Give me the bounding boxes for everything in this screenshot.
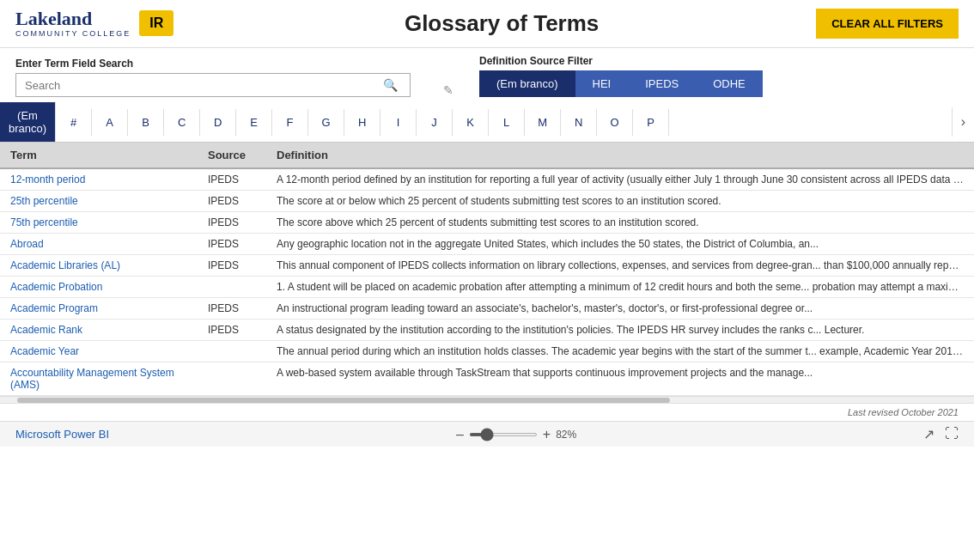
alpha-nav: (Embranco) # A B C D E F G H I J K L M N… [0, 102, 974, 143]
col-source: Source [198, 143, 266, 168]
alpha-btn-n[interactable]: N [561, 109, 597, 136]
zoom-percentage: 82% [556, 429, 576, 441]
source-btn-odhe[interactable]: ODHE [696, 70, 763, 97]
table-row: Accountability Management System (AMS)A … [0, 362, 974, 396]
term-cell: 75th percentile [0, 212, 198, 234]
zoom-plus-button[interactable]: + [543, 427, 551, 442]
alpha-btn-a[interactable]: A [92, 109, 128, 136]
term-cell: Academic Program [0, 298, 198, 320]
alpha-btn-i[interactable]: I [380, 109, 417, 136]
source-cell: IPEDS [198, 298, 266, 320]
zoom-slider[interactable] [469, 433, 538, 436]
ir-badge: IR [139, 10, 173, 36]
logo-lakeland: Lakeland [15, 9, 131, 29]
source-cell: IPEDS [198, 168, 266, 191]
source-filter-buttons: (Em branco) HEI IPEDS ODHE [479, 70, 763, 97]
search-filter-group: Enter Term Field Search 🔍 [15, 58, 411, 97]
alpha-btn-h[interactable]: H [344, 109, 380, 136]
source-cell [198, 341, 266, 362]
definition-cell: This annual component of IPEDS collects … [266, 255, 974, 277]
source-cell: IPEDS [198, 212, 266, 234]
bottom-bar: Microsoft Power BI – + 82% ↗ ⛶ [0, 421, 974, 447]
pencil-icon[interactable]: ✎ [443, 83, 454, 97]
last-revised: Last revised October 2021 [848, 407, 959, 417]
alpha-btn-em-branco[interactable]: (Embranco) [0, 102, 56, 142]
table-row: Academic ProgramIPEDSAn instructional pr… [0, 298, 974, 320]
table-row: Academic RankIPEDSA status designated by… [0, 320, 974, 341]
source-cell [198, 362, 266, 396]
source-cell: IPEDS [198, 320, 266, 341]
alpha-btn-m[interactable]: M [525, 109, 561, 136]
footer: Last revised October 2021 [0, 403, 974, 421]
page-title: Glossary of Terms [187, 10, 816, 37]
source-filter-group: Definition Source Filter (Em branco) HEI… [479, 55, 763, 97]
alpha-btn-e[interactable]: E [236, 109, 272, 136]
term-cell: 25th percentile [0, 191, 198, 212]
glossary-table: Term Source Definition 12-month periodIP… [0, 143, 974, 396]
source-cell: IPEDS [198, 191, 266, 212]
source-btn-hei[interactable]: HEI [575, 70, 629, 97]
alpha-btn-l[interactable]: L [489, 109, 525, 136]
alpha-btn-k[interactable]: K [453, 109, 489, 136]
alpha-next-icon[interactable]: › [952, 107, 974, 137]
definition-cell: A status designated by the institution a… [266, 320, 974, 341]
table-row: 75th percentileIPEDSThe score above whic… [0, 212, 974, 234]
source-btn-ipeds[interactable]: IPEDS [628, 70, 696, 97]
alpha-btn-f[interactable]: F [272, 109, 308, 136]
search-input[interactable] [25, 79, 383, 92]
term-cell: Academic Year [0, 341, 198, 362]
source-cell: IPEDS [198, 234, 266, 255]
term-cell: Academic Rank [0, 320, 198, 341]
source-cell [198, 277, 266, 298]
scrollbar-hint[interactable] [0, 396, 974, 403]
term-cell: Abroad [0, 234, 198, 255]
alpha-btn-j[interactable]: J [417, 109, 453, 136]
logo-area: Lakeland COMMUNITY COLLEGE IR [15, 9, 187, 38]
zoom-minus-button[interactable]: – [456, 427, 464, 442]
share-icon[interactable]: ↗ [923, 426, 934, 442]
col-term: Term [0, 143, 198, 168]
search-label: Enter Term Field Search [15, 58, 411, 70]
alpha-btn-d[interactable]: D [200, 109, 236, 136]
source-btn-em-branco[interactable]: (Em branco) [479, 70, 575, 97]
logo-text: Lakeland COMMUNITY COLLEGE [15, 9, 131, 38]
search-icon: 🔍 [383, 78, 398, 92]
definition-cell: Any geographic location not in the aggre… [266, 234, 974, 255]
source-cell: IPEDS [198, 255, 266, 277]
table-row: Academic YearThe annual period during wh… [0, 341, 974, 362]
table-row: 25th percentileIPEDSThe score at or belo… [0, 191, 974, 212]
bottom-icons: ↗ ⛶ [923, 426, 959, 442]
clear-all-filters-button[interactable]: CLEAR ALL FILTERS [816, 9, 959, 39]
glossary-table-container: Term Source Definition 12-month periodIP… [0, 143, 974, 396]
term-cell: Accountability Management System (AMS) [0, 362, 198, 396]
alpha-btn-c[interactable]: C [164, 109, 200, 136]
col-definition: Definition [266, 143, 974, 168]
definition-cell: An instructional program leading toward … [266, 298, 974, 320]
definition-cell: A web-based system available through Tas… [266, 362, 974, 396]
table-row: Academic Probation1. A student will be p… [0, 277, 974, 298]
definition-cell: A 12-month period defined by an institut… [266, 168, 974, 191]
alpha-btn-hash[interactable]: # [56, 109, 92, 136]
table-row: 12-month periodIPEDSA 12-month period de… [0, 168, 974, 191]
alpha-btn-g[interactable]: G [308, 109, 344, 136]
definition-cell: 1. A student will be placed on academic … [266, 277, 974, 298]
term-cell: 12-month period [0, 168, 198, 191]
term-cell: Academic Libraries (AL) [0, 255, 198, 277]
header: Lakeland COMMUNITY COLLEGE IR Glossary o… [0, 0, 974, 48]
zoom-area: – + 82% [456, 427, 576, 442]
scrollbar-thumb [17, 398, 670, 403]
alpha-btn-p[interactable]: P [633, 109, 669, 136]
alpha-btn-o[interactable]: O [597, 109, 633, 136]
expand-icon[interactable]: ⛶ [945, 426, 959, 442]
powerbi-link[interactable]: Microsoft Power BI [15, 428, 109, 441]
table-row: AbroadIPEDSAny geographic location not i… [0, 234, 974, 255]
definition-cell: The annual period during which an instit… [266, 341, 974, 362]
table-row: Academic Libraries (AL)IPEDSThis annual … [0, 255, 974, 277]
source-filter-label: Definition Source Filter [479, 55, 763, 67]
term-cell: Academic Probation [0, 277, 198, 298]
definition-cell: The score above which 25 percent of stud… [266, 212, 974, 234]
filter-row: Enter Term Field Search 🔍 ✎ Definition S… [0, 48, 974, 102]
alpha-btn-b[interactable]: B [128, 109, 164, 136]
definition-cell: The score at or below which 25 percent o… [266, 191, 974, 212]
search-box: 🔍 [15, 73, 411, 97]
